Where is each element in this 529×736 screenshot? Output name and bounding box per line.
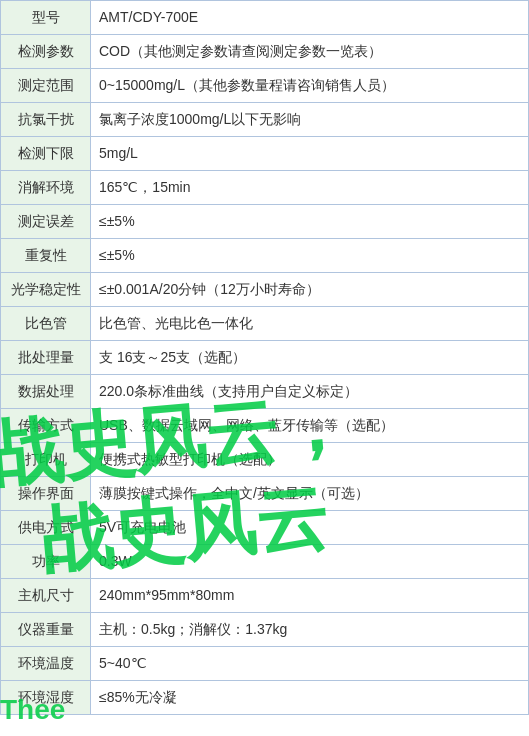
table-row: 测定误差≤±5%	[1, 205, 529, 239]
row-value: COD（其他测定参数请查阅测定参数一览表）	[91, 35, 529, 69]
table-row: 仪器重量主机：0.5kg；消解仪：1.37kg	[1, 613, 529, 647]
row-label: 型号	[1, 1, 91, 35]
row-label: 检测参数	[1, 35, 91, 69]
table-row: 传输方式USB、数据云域网、网络、蓝牙传输等（选配）	[1, 409, 529, 443]
row-value: 氯离子浓度1000mg/L以下无影响	[91, 103, 529, 137]
row-label: 环境温度	[1, 647, 91, 681]
row-value: 0~15000mg/L（其他参数量程请咨询销售人员）	[91, 69, 529, 103]
row-value: 5V可充电电池	[91, 511, 529, 545]
table-row: 消解环境165℃，15min	[1, 171, 529, 205]
table-row: 数据处理220.0条标准曲线（支持用户自定义标定）	[1, 375, 529, 409]
row-value: 薄膜按键式操作，全中文/英文显示（可选）	[91, 477, 529, 511]
row-label: 测定误差	[1, 205, 91, 239]
row-label: 批处理量	[1, 341, 91, 375]
specs-table: 型号AMT/CDY-700E检测参数COD（其他测定参数请查阅测定参数一览表）测…	[0, 0, 529, 715]
row-label: 消解环境	[1, 171, 91, 205]
table-row: 测定范围0~15000mg/L（其他参数量程请咨询销售人员）	[1, 69, 529, 103]
table-row: 型号AMT/CDY-700E	[1, 1, 529, 35]
row-label: 检测下限	[1, 137, 91, 171]
table-row: 打印机便携式热敏型打印机（选配）	[1, 443, 529, 477]
row-label: 主机尺寸	[1, 579, 91, 613]
row-label: 抗氯干扰	[1, 103, 91, 137]
table-row: 环境湿度≤85%无冷凝	[1, 681, 529, 715]
row-value: ≤±5%	[91, 205, 529, 239]
table-row: 重复性≤±5%	[1, 239, 529, 273]
row-value: USB、数据云域网、网络、蓝牙传输等（选配）	[91, 409, 529, 443]
row-value: 便携式热敏型打印机（选配）	[91, 443, 529, 477]
row-label: 仪器重量	[1, 613, 91, 647]
row-label: 测定范围	[1, 69, 91, 103]
row-value: 220.0条标准曲线（支持用户自定义标定）	[91, 375, 529, 409]
row-label: 打印机	[1, 443, 91, 477]
row-value: 0.3W	[91, 545, 529, 579]
table-row: 功率0.3W	[1, 545, 529, 579]
row-value: 主机：0.5kg；消解仪：1.37kg	[91, 613, 529, 647]
bottom-text: Thee	[0, 694, 65, 726]
row-value: ≤±5%	[91, 239, 529, 273]
row-label: 光学稳定性	[1, 273, 91, 307]
row-value: 支 16支～25支（选配）	[91, 341, 529, 375]
row-value: ≤±0.001A/20分钟（12万小时寿命）	[91, 273, 529, 307]
table-row: 供电方式5V可充电电池	[1, 511, 529, 545]
row-label: 重复性	[1, 239, 91, 273]
row-label: 供电方式	[1, 511, 91, 545]
row-value: 240mm*95mm*80mm	[91, 579, 529, 613]
table-row: 检测参数COD（其他测定参数请查阅测定参数一览表）	[1, 35, 529, 69]
row-label: 比色管	[1, 307, 91, 341]
table-row: 环境温度5~40℃	[1, 647, 529, 681]
row-label: 功率	[1, 545, 91, 579]
row-value: 5mg/L	[91, 137, 529, 171]
row-value: AMT/CDY-700E	[91, 1, 529, 35]
row-value: 比色管、光电比色一体化	[91, 307, 529, 341]
table-row: 光学稳定性≤±0.001A/20分钟（12万小时寿命）	[1, 273, 529, 307]
table-row: 比色管比色管、光电比色一体化	[1, 307, 529, 341]
row-value: 5~40℃	[91, 647, 529, 681]
row-label: 传输方式	[1, 409, 91, 443]
row-label: 操作界面	[1, 477, 91, 511]
table-row: 批处理量支 16支～25支（选配）	[1, 341, 529, 375]
table-row: 抗氯干扰氯离子浓度1000mg/L以下无影响	[1, 103, 529, 137]
table-row: 检测下限5mg/L	[1, 137, 529, 171]
row-label: 数据处理	[1, 375, 91, 409]
row-value: ≤85%无冷凝	[91, 681, 529, 715]
table-row: 操作界面薄膜按键式操作，全中文/英文显示（可选）	[1, 477, 529, 511]
row-value: 165℃，15min	[91, 171, 529, 205]
table-row: 主机尺寸240mm*95mm*80mm	[1, 579, 529, 613]
